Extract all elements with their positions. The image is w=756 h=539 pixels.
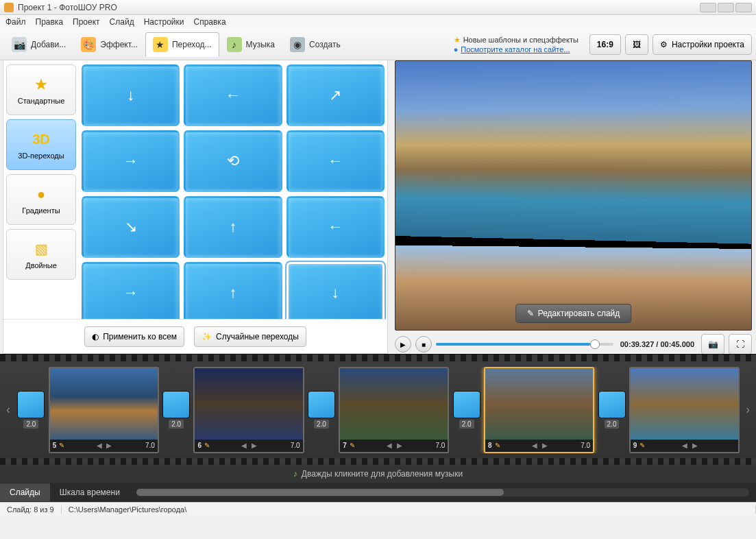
slide-nav-icons: ◀ ▶ xyxy=(358,442,433,449)
status-bar: Слайд: 8 из 9 C:\Users\Manager\Pictures\… xyxy=(0,502,756,516)
transition-chip-thumb xyxy=(453,391,480,418)
slide-info-bar: 6✎◀ ▶7.0 xyxy=(195,440,302,452)
gear-icon: ⚙ xyxy=(660,40,668,49)
timeline-prev-button[interactable]: ‹ xyxy=(0,403,16,417)
sphere-icon: ● xyxy=(29,184,53,204)
title-bar: Проект 1 - ФотоШОУ PRO xyxy=(0,0,756,15)
fullscreen-button[interactable]: ⛶ xyxy=(729,334,752,355)
music-hint: Дважды кликните для добавления музыки xyxy=(302,469,463,479)
tab-add[interactable]: 📷 Добави... xyxy=(4,32,73,57)
category-3d-label: 3D-переходы xyxy=(18,152,64,160)
transition-thumb[interactable]: → xyxy=(82,262,180,319)
status-slide: Слайд: 8 из 9 xyxy=(0,505,62,514)
transition-chip-duration: 2.0 xyxy=(605,420,620,429)
category-gradients[interactable]: ● Градиенты xyxy=(6,174,76,225)
transition-chip-duration: 2.0 xyxy=(314,420,329,429)
close-button[interactable] xyxy=(735,3,752,12)
menu-settings[interactable]: Настройки xyxy=(144,17,184,27)
aspect-ratio-button[interactable]: 16:9 xyxy=(589,34,621,55)
music-track[interactable]: Дважды кликните для добавления музыки xyxy=(0,465,756,483)
project-settings-button[interactable]: ⚙ Настройки проекта xyxy=(653,34,752,55)
slide-card[interactable]: 6✎◀ ▶7.0 xyxy=(193,367,304,453)
threeD-icon: 3D xyxy=(29,130,53,149)
seek-knob[interactable] xyxy=(590,339,600,349)
transition-chip[interactable]: 2.0 xyxy=(162,391,191,429)
transition-thumb-selected[interactable]: ↓ xyxy=(286,262,385,319)
transition-thumb[interactable]: ← xyxy=(184,64,282,126)
seek-slider[interactable] xyxy=(436,343,613,346)
slide-info-bar: 5✎◀ ▶7.0 xyxy=(50,440,158,452)
transition-grid[interactable]: ↓ ← ↗ → ⟲ ← ↘ ↑ ← → ↑ ↓ ⟳ ⟲ ↕ xyxy=(79,60,387,319)
catalog-link[interactable]: Посмотрите каталог на сайте... xyxy=(454,45,578,54)
slide-nav-icons: ◀ ▶ xyxy=(503,442,578,449)
tab-effects[interactable]: 🎨 Эффект... xyxy=(73,32,145,57)
slide-info-bar: 8✎◀ ▶7.0 xyxy=(485,440,593,452)
slide-info-bar: 7✎◀ ▶7.0 xyxy=(340,440,448,452)
category-3d[interactable]: 3D 3D-переходы xyxy=(6,119,76,170)
slide-card[interactable]: 8✎◀ ▶7.0 xyxy=(484,367,594,453)
category-double[interactable]: ▧ Двойные xyxy=(6,229,76,280)
random-transitions-button[interactable]: ✨ Случайные переходы xyxy=(194,326,306,347)
status-path: C:\Users\Manager\Pictures\города\ xyxy=(62,505,756,514)
transition-thumb[interactable]: ↓ xyxy=(82,64,180,126)
tab-create[interactable]: ◉ Создать xyxy=(282,32,348,57)
notes-icon: ▧ xyxy=(29,239,53,259)
palette-icon: 🎨 xyxy=(81,37,96,52)
category-double-label: Двойные xyxy=(25,261,57,270)
globe-icon: ◐ xyxy=(92,332,99,342)
timeline-tab-scale[interactable]: Шкала времени xyxy=(50,483,130,501)
category-standard[interactable]: ★ Стандартные xyxy=(6,64,76,115)
star-icon: ★ xyxy=(153,37,168,52)
transition-chip-duration: 2.0 xyxy=(459,420,474,429)
category-gradients-label: Градиенты xyxy=(22,206,60,215)
slide-number: 5 xyxy=(53,442,57,449)
timeline: ‹ 2.05✎◀ ▶7.02.06✎◀ ▶7.02.07✎◀ ▶7.02.08✎… xyxy=(0,354,756,502)
slide-card[interactable]: 7✎◀ ▶7.0 xyxy=(339,367,449,453)
snapshot-button[interactable]: 📷 xyxy=(701,334,724,355)
transition-thumb[interactable]: ⟲ xyxy=(184,130,282,192)
timeline-strip[interactable]: 2.05✎◀ ▶7.02.06✎◀ ▶7.02.07✎◀ ▶7.02.08✎◀ … xyxy=(16,367,740,453)
slide-card[interactable]: 5✎◀ ▶7.0 xyxy=(49,367,159,453)
menu-slide[interactable]: Слайд xyxy=(110,17,134,27)
tab-transitions[interactable]: ★ Переход... xyxy=(145,32,219,57)
maximize-button[interactable] xyxy=(718,3,734,12)
menu-project[interactable]: Проект xyxy=(73,17,100,27)
timeline-next-button[interactable]: › xyxy=(740,403,756,417)
menu-edit[interactable]: Правка xyxy=(36,17,64,27)
transition-chip[interactable]: 2.0 xyxy=(307,391,337,429)
star-icon: ★ xyxy=(29,75,53,94)
slide-nav-icons: ◀ ▶ xyxy=(648,442,733,449)
pencil-icon: ✎ xyxy=(495,442,500,449)
transition-thumb[interactable]: → xyxy=(82,130,180,192)
minimize-button[interactable] xyxy=(700,3,716,12)
music-icon: ♪ xyxy=(227,37,242,52)
transition-thumb[interactable]: ↗ xyxy=(286,64,385,126)
menu-help[interactable]: Справка xyxy=(193,17,225,27)
slide-nav-icons: ◀ ▶ xyxy=(67,442,143,449)
tab-music[interactable]: ♪ Музыка xyxy=(219,32,282,57)
menu-bar: Файл Правка Проект Слайд Настройки Справ… xyxy=(0,15,756,29)
timeline-scrollbar[interactable] xyxy=(136,488,749,496)
background-button[interactable]: 🖼 xyxy=(625,34,648,55)
transition-thumb[interactable]: ← xyxy=(286,130,385,192)
transition-chip[interactable]: 2.0 xyxy=(597,391,626,429)
stop-button[interactable]: ■ xyxy=(415,336,432,352)
camera-icon: 📷 xyxy=(12,37,27,52)
menu-file[interactable]: Файл xyxy=(5,17,26,27)
transition-thumb[interactable]: ← xyxy=(286,196,385,258)
transition-chip[interactable]: 2.0 xyxy=(452,391,481,429)
transition-thumb[interactable]: ↑ xyxy=(184,196,282,258)
tab-create-label: Создать xyxy=(309,40,341,49)
edit-slide-button[interactable]: ✎ Редактировать слайд xyxy=(515,304,632,323)
transition-chip[interactable]: 2.0 xyxy=(16,391,46,429)
category-column: ★ Стандартные 3D 3D-переходы ● Градиенты… xyxy=(3,60,79,319)
apply-all-button[interactable]: ◐ Применить ко всем xyxy=(84,326,184,347)
transition-thumb[interactable]: ↘ xyxy=(82,196,180,258)
transition-chip-thumb xyxy=(162,391,190,418)
slide-card[interactable]: 9✎◀ ▶ xyxy=(629,367,740,453)
templates-info: Новые шаблоны и спецэффекты xyxy=(454,35,578,45)
play-button[interactable]: ▶ xyxy=(395,336,411,352)
timecode: 00:39.327 / 00:45.000 xyxy=(618,340,697,348)
timeline-tab-slides[interactable]: Слайды xyxy=(0,483,50,501)
transition-thumb[interactable]: ↑ xyxy=(184,262,282,319)
